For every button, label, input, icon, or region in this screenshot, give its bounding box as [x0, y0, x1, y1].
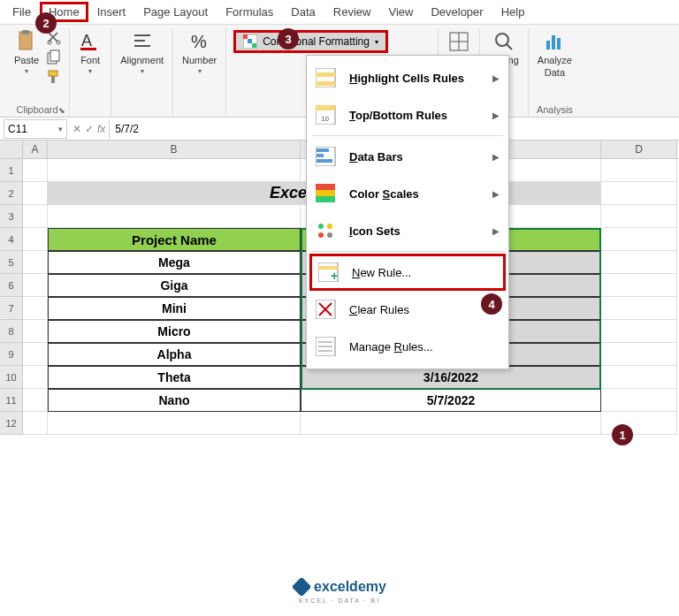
- row-header[interactable]: 2: [0, 182, 23, 205]
- chevron-right-icon: ▶: [492, 73, 500, 83]
- format-painter-icon[interactable]: [46, 69, 62, 85]
- chevron-down-icon: ▾: [198, 67, 202, 75]
- row-header[interactable]: 11: [0, 389, 23, 412]
- col-header-d[interactable]: D: [601, 141, 677, 158]
- row-header[interactable]: 10: [0, 366, 23, 389]
- table-row[interactable]: Micro: [48, 320, 301, 343]
- color-scales-icon: [316, 184, 340, 203]
- svg-rect-16: [248, 39, 252, 43]
- icon-sets-icon: [316, 221, 340, 240]
- svg-point-21: [496, 34, 508, 46]
- dialog-launcher-icon[interactable]: ⬊: [58, 106, 67, 115]
- name-box[interactable]: C11 ▾: [4, 119, 67, 139]
- table-row[interactable]: Nano: [48, 389, 301, 412]
- header-project-name[interactable]: Project Name: [48, 228, 301, 251]
- svg-rect-28: [316, 81, 335, 86]
- menu-insert[interactable]: Insert: [88, 2, 135, 22]
- svg-rect-34: [317, 154, 324, 157]
- row-header[interactable]: 4: [0, 228, 23, 251]
- svg-rect-23: [546, 41, 550, 49]
- alignment-button[interactable]: Alignment ▾: [118, 28, 165, 77]
- menu-review[interactable]: Review: [324, 2, 380, 22]
- cf-top-bottom-rules[interactable]: 10 Top/Bottom Rules ▶: [307, 96, 508, 133]
- cf-clear-rules[interactable]: Clear Rules ▶: [307, 291, 508, 328]
- fx-icon[interactable]: fx: [97, 123, 105, 135]
- cancel-formula-icon[interactable]: ✕: [72, 123, 81, 135]
- svg-rect-37: [316, 190, 335, 196]
- svg-rect-15: [243, 34, 248, 39]
- menu-file[interactable]: File: [4, 2, 40, 22]
- svg-rect-7: [51, 76, 55, 83]
- chevron-down-icon: ▾: [25, 67, 28, 75]
- chevron-down-icon: ▾: [375, 38, 378, 46]
- cf-data-bars[interactable]: Data Bars ▶: [307, 138, 508, 175]
- font-button[interactable]: A Font ▾: [77, 28, 103, 77]
- menu-formulas[interactable]: Formulas: [217, 2, 282, 22]
- svg-rect-30: [316, 105, 335, 110]
- svg-text:%: %: [191, 32, 207, 51]
- exceldemy-logo: exceldemy EXCEL · DATA · BI: [293, 578, 386, 604]
- svg-rect-33: [317, 148, 329, 152]
- percent-icon: %: [188, 30, 211, 53]
- analyze-data-button[interactable]: Analyze Data: [536, 28, 574, 80]
- table-row[interactable]: Mini: [48, 297, 301, 320]
- table-row[interactable]: Alpha: [48, 343, 301, 366]
- col-header-b[interactable]: B: [48, 141, 301, 158]
- copy-icon[interactable]: [46, 49, 62, 65]
- number-button[interactable]: % Number ▾: [180, 28, 218, 77]
- menu-data[interactable]: Data: [282, 2, 324, 22]
- svg-rect-38: [316, 196, 335, 202]
- cf-manage-rules[interactable]: Manage Rules...: [307, 328, 508, 365]
- menu-bar: File Home Insert Page Layout Formulas Da…: [0, 0, 679, 25]
- table-row[interactable]: Theta: [48, 366, 301, 389]
- svg-rect-36: [316, 184, 335, 190]
- row-header[interactable]: 9: [0, 343, 23, 366]
- ribbon-group-font: A Font ▾: [70, 28, 111, 117]
- paste-button[interactable]: Paste ▾: [12, 28, 41, 77]
- menu-help[interactable]: Help: [492, 2, 534, 22]
- svg-rect-24: [552, 35, 555, 49]
- annotation-badge-1: 1: [612, 424, 633, 445]
- cf-color-scales[interactable]: Color Scales ▶: [307, 175, 508, 212]
- svg-point-42: [327, 232, 332, 238]
- row-header[interactable]: 5: [0, 251, 23, 274]
- row-header[interactable]: 8: [0, 320, 23, 343]
- enter-formula-icon[interactable]: ✓: [85, 123, 94, 135]
- chevron-down-icon: ▾: [88, 67, 92, 75]
- menu-page-layout[interactable]: Page Layout: [134, 2, 217, 22]
- svg-rect-5: [50, 50, 59, 61]
- table-row[interactable]: Giga: [48, 274, 301, 297]
- menu-developer[interactable]: Developer: [422, 2, 492, 22]
- cf-icon-sets[interactable]: Icon Sets ▶: [307, 212, 508, 249]
- row-header[interactable]: 1: [0, 159, 23, 182]
- analyze-icon: [543, 30, 566, 53]
- chevron-right-icon: ▶: [492, 226, 500, 236]
- svg-text:+: +: [331, 269, 338, 282]
- row-header[interactable]: 12: [0, 412, 23, 435]
- row-header[interactable]: 3: [0, 205, 23, 228]
- svg-rect-17: [252, 43, 256, 48]
- row-header[interactable]: 7: [0, 297, 23, 320]
- ribbon-group-number: % Number ▾: [173, 28, 226, 117]
- search-icon: [492, 30, 515, 53]
- svg-rect-27: [316, 72, 335, 77]
- clear-rules-icon: [316, 300, 340, 319]
- conditional-formatting-button[interactable]: Conditional Formatting ▾: [233, 30, 388, 53]
- conditional-formatting-icon: [243, 34, 257, 49]
- cf-new-rule[interactable]: + New Rule...: [309, 254, 506, 291]
- svg-line-22: [507, 44, 512, 49]
- col-header-a[interactable]: A: [23, 141, 48, 158]
- select-all-corner[interactable]: [0, 141, 23, 158]
- ribbon-group-alignment: Alignment ▾: [111, 28, 173, 117]
- menu-view[interactable]: View: [379, 2, 422, 22]
- manage-rules-icon: [316, 337, 340, 356]
- svg-point-41: [318, 232, 324, 238]
- data-bars-icon: [316, 147, 340, 166]
- table-row[interactable]: Mega: [48, 251, 301, 274]
- svg-rect-1: [22, 30, 29, 34]
- cf-highlight-cells-rules[interactable]: Highlight Cells Rules ▶: [307, 59, 508, 96]
- svg-point-40: [327, 224, 332, 229]
- ribbon-group-analysis: Analyze Data Analysis: [529, 28, 581, 117]
- row-header[interactable]: 6: [0, 274, 23, 297]
- svg-rect-53: [293, 578, 310, 596]
